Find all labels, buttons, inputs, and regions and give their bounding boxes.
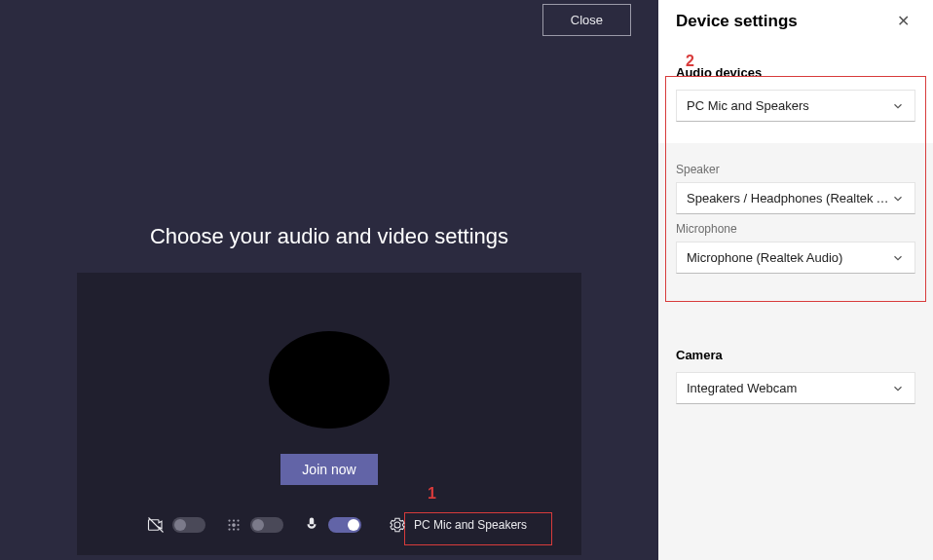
svg-point-8 [237, 528, 239, 530]
speaker-value: Speakers / Headphones (Realtek Aud... [687, 191, 891, 205]
speaker-select[interactable]: Speakers / Headphones (Realtek Aud... [676, 182, 915, 214]
side-header: Device settings ✕ [658, 0, 933, 50]
close-button[interactable]: Close [542, 4, 631, 36]
camera-off-icon [147, 516, 165, 534]
audio-devices-label: Audio devices [676, 65, 915, 80]
device-pill-label: PC Mic and Speakers [414, 518, 527, 532]
camera-toggle[interactable] [172, 517, 205, 533]
device-settings-title: Device settings [676, 12, 798, 31]
mic-control [303, 516, 361, 534]
background-toggle[interactable] [250, 517, 283, 533]
svg-point-2 [237, 519, 239, 521]
audio-devices-section: Audio devices PC Mic and Speakers [658, 50, 933, 143]
svg-point-3 [228, 524, 230, 526]
chevron-down-icon [891, 99, 905, 113]
device-settings-pill[interactable]: PC Mic and Speakers [381, 510, 535, 540]
microphone-label: Microphone [676, 222, 915, 236]
svg-point-1 [233, 519, 235, 521]
close-icon[interactable]: ✕ [891, 10, 915, 32]
page-heading: Choose your audio and video settings [150, 224, 508, 249]
mic-icon [303, 516, 320, 534]
prejoin-panel: Close Choose your audio and video settin… [0, 0, 658, 560]
join-now-button[interactable]: Join now [280, 454, 377, 485]
annotation-marker-2: 2 [686, 53, 694, 70]
device-settings-panel: Device settings ✕ 2 Audio devices PC Mic… [658, 0, 933, 560]
speaker-label: Speaker [676, 163, 915, 176]
svg-point-6 [228, 528, 230, 530]
background-blur-icon [225, 516, 243, 534]
gear-icon [389, 516, 406, 534]
annotation-marker-1: 1 [428, 485, 436, 503]
video-preview: Join now 1 PC Mic and Speakers [77, 273, 581, 555]
svg-point-0 [228, 519, 230, 521]
avatar-placeholder [269, 331, 390, 429]
microphone-select[interactable]: Microphone (Realtek Audio) [676, 242, 915, 274]
microphone-value: Microphone (Realtek Audio) [687, 250, 842, 265]
svg-point-4 [232, 523, 236, 527]
camera-section: Camera Integrated Webcam [658, 334, 933, 426]
svg-point-5 [237, 524, 239, 526]
chevron-down-icon [891, 192, 905, 205]
speaker-mic-section: Speaker Speakers / Headphones (Realtek A… [658, 143, 933, 295]
camera-value: Integrated Webcam [687, 381, 797, 395]
audio-devices-value: PC Mic and Speakers [687, 98, 809, 113]
camera-select[interactable]: Integrated Webcam [676, 372, 915, 404]
camera-label: Camera [676, 348, 915, 362]
camera-control [147, 516, 205, 534]
audio-devices-select[interactable]: PC Mic and Speakers [676, 90, 915, 122]
controls-row: PC Mic and Speakers [147, 510, 535, 540]
background-control [225, 516, 283, 534]
chevron-down-icon [891, 251, 905, 265]
chevron-down-icon [891, 382, 905, 395]
svg-point-7 [233, 528, 235, 530]
mic-toggle[interactable] [328, 517, 361, 533]
